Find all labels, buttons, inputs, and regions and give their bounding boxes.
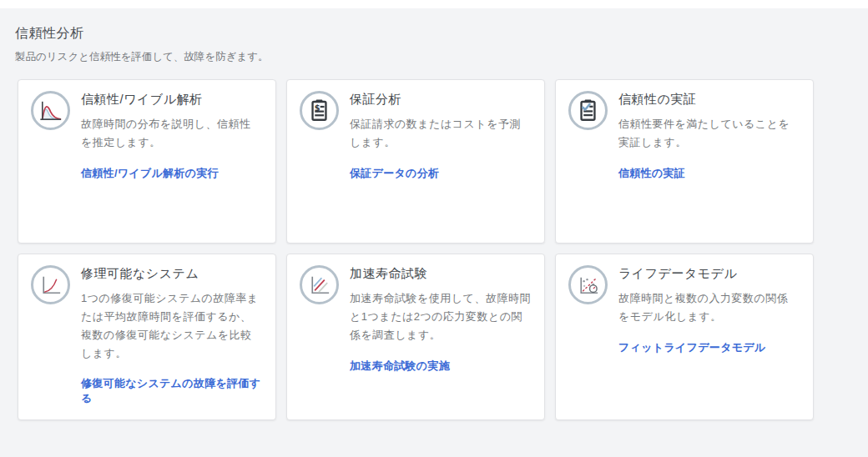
page-title: 信頼性分析 [15,25,868,43]
card-warranty-analysis: $ 保証分析 保証請求の数またはコストを予測します。 保証データの分析 [286,79,545,244]
reliability-analysis-page: 信頼性分析 製品のリスクと信頼性を評価して、故障を防ぎます。 信頼性/ワイブル解… [0,8,868,457]
run-accelerated-life-test-link[interactable]: 加速寿命試験の実施 [350,359,450,374]
fit-life-data-model-link[interactable]: フィットライフデータモデル [618,340,766,355]
page-subtitle: 製品のリスクと信頼性を評価して、故障を防ぎます。 [15,50,868,64]
weibull-distribution-icon [31,91,70,130]
card-title: 信頼性/ワイブル解析 [81,92,262,108]
card-repairable-systems: 修理可能なシステム 1つの修復可能システムの故障率または平均故障時間を評価するか… [18,254,276,420]
warranty-clipboard-dollar-icon: $ [300,91,339,130]
demonstrate-reliability-link[interactable]: 信頼性の実証 [618,166,685,181]
card-description: 故障時間の分布を説明し、信頼性を推定します。 [81,115,262,152]
scatter-stopwatch-chart-icon [568,265,608,304]
analysis-card-grid: 信頼性/ワイブル解析 故障時間の分布を説明し、信頼性を推定します。 信頼性/ワイ… [18,79,868,420]
card-description: 保証請求の数またはコストを予測します。 [350,115,531,152]
content-panel: 信頼性分析 製品のリスクと信頼性を評価して、故障を防ぎます。 信頼性/ワイブル解… [0,8,868,457]
run-reliability-weibull-analysis-link[interactable]: 信頼性/ワイブル解析の実行 [81,166,219,181]
card-description: 信頼性要件を満たしていることを実証します。 [618,115,800,152]
card-title: 信頼性の実証 [618,92,800,108]
card-title: 保証分析 [350,92,531,108]
card-reliability-demonstration: 信頼性の実証 信頼性要件を満たしていることを実証します。 信頼性の実証 [555,79,814,244]
card-description: 故障時間と複数の入力変数の関係をモデル化します。 [618,289,800,326]
card-title: 修理可能なシステム [81,266,262,282]
card-body: 修理可能なシステム 1つの修復可能システムの故障率または平均故障時間を評価するか… [81,265,262,406]
card-body: 保証分析 保証請求の数またはコストを予測します。 保証データの分析 [350,91,531,181]
evaluate-repairable-system-failures-link[interactable]: 修復可能なシステムの故障を評価する [81,376,262,406]
card-body: ライフデータモデル 故障時間と複数の入力変数の関係をモデル化します。 フィットラ… [618,265,800,355]
card-body: 加速寿命試験 加速寿命試験を使用して、故障時間と1つまたは2つの応力変数との関係… [350,265,531,374]
card-title: ライフデータモデル [618,266,800,282]
page-header: 信頼性分析 製品のリスクと信頼性を評価して、故障を防ぎます。 [0,25,868,64]
card-accelerated-life-testing: 加速寿命試験 加速寿命試験を使用して、故障時間と1つまたは2つの応力変数との関係… [286,254,545,420]
analyze-warranty-data-link[interactable]: 保証データの分析 [350,166,439,181]
card-title: 加速寿命試験 [350,266,531,282]
clipboard-checkmark-icon [568,91,608,130]
card-description: 加速寿命試験を使用して、故障時間と1つまたは2つの応力変数との関係を調査します。 [350,289,531,344]
card-body: 信頼性/ワイブル解析 故障時間の分布を説明し、信頼性を推定します。 信頼性/ワイ… [81,91,262,181]
card-body: 信頼性の実証 信頼性要件を満たしていることを実証します。 信頼性の実証 [618,91,800,181]
growth-curve-chart-icon [31,265,70,304]
card-reliability-weibull-analysis: 信頼性/ワイブル解析 故障時間の分布を説明し、信頼性を推定します。 信頼性/ワイ… [18,79,276,244]
card-description: 1つの修復可能システムの故障率または平均故障時間を評価するか、複数の修復可能なシ… [81,289,262,363]
card-life-data-models: ライフデータモデル 故障時間と複数の入力変数の関係をモデル化します。 フィットラ… [555,254,814,420]
parallel-trend-lines-chart-icon [300,265,339,304]
